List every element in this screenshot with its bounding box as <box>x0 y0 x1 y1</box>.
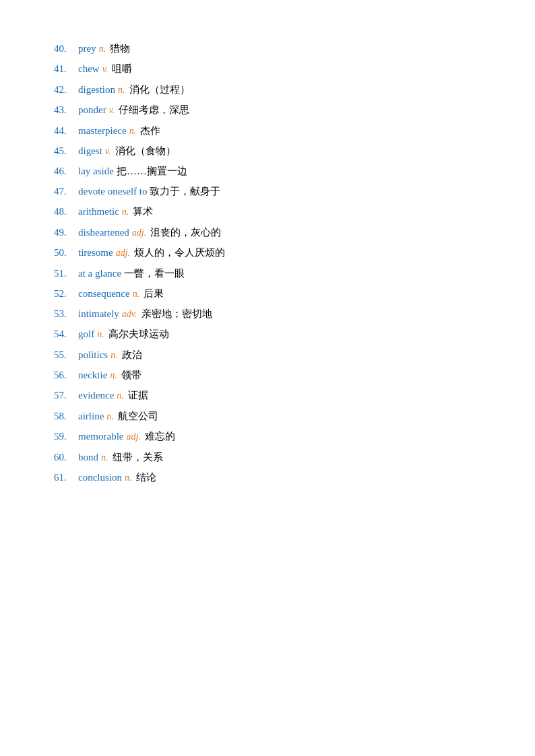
item-number: 56. <box>54 367 78 383</box>
list-item: 57. evidence n. 证据 <box>54 387 481 403</box>
item-number: 50. <box>54 244 78 261</box>
item-definition: 证据 <box>128 387 148 403</box>
item-number: 47. <box>54 183 78 199</box>
item-definition: 后果 <box>144 285 164 302</box>
list-item: 53. intimately adv. 亲密地；密切地 <box>54 306 481 322</box>
item-word: necktie <box>78 367 107 383</box>
item-definition: 把……搁置一边 <box>117 163 187 179</box>
list-item: 51. at a glance 一瞥，看一眼 <box>54 265 481 281</box>
item-pos: adj. <box>116 246 130 261</box>
item-definition: 猎物 <box>110 40 130 57</box>
list-item: 42. digestion n. 消化（过程） <box>54 81 481 98</box>
item-pos: adj. <box>126 429 140 444</box>
item-definition: 杰作 <box>140 123 160 139</box>
item-definition: 咀嚼 <box>112 61 132 77</box>
item-number: 54. <box>54 326 78 342</box>
item-number: 48. <box>54 203 78 219</box>
item-pos: adv. <box>122 307 137 322</box>
item-number: 58. <box>54 408 78 424</box>
list-item: 56. necktie n. 领带 <box>54 367 481 383</box>
item-word: golf <box>78 326 94 342</box>
item-definition: 纽带，关系 <box>113 449 163 465</box>
item-number: 59. <box>54 428 78 444</box>
item-word: prey <box>78 40 96 57</box>
item-word: evidence <box>78 387 114 403</box>
item-pos: v. <box>105 144 111 159</box>
item-pos: n. <box>101 450 108 465</box>
item-definition: 烦人的，令人厌烦的 <box>134 244 225 261</box>
item-number: 57. <box>54 387 78 403</box>
item-pos: v. <box>102 62 108 77</box>
item-pos: n. <box>122 205 129 219</box>
item-word: conclusion <box>78 469 122 485</box>
item-number: 40. <box>54 40 78 57</box>
item-definition: 领带 <box>121 367 141 383</box>
item-number: 42. <box>54 81 78 98</box>
list-item: 43. ponder v. 仔细考虑，深思 <box>54 102 481 118</box>
item-number: 53. <box>54 306 78 322</box>
item-number: 41. <box>54 61 78 77</box>
item-word: lay aside <box>78 163 114 179</box>
item-word: consequence <box>78 285 130 302</box>
list-item: 41. chew v. 咀嚼 <box>54 61 481 77</box>
item-word: ponder <box>78 102 106 118</box>
list-item: 44. masterpiece n. 杰作 <box>54 123 481 139</box>
item-definition: 仔细考虑，深思 <box>119 102 189 118</box>
item-pos: v. <box>109 103 115 118</box>
list-item: 47. devote oneself to 致力于，献身于 <box>54 183 481 199</box>
item-definition: 航空公司 <box>118 408 158 424</box>
list-item: 50. tiresome adj. 烦人的，令人厌烦的 <box>54 244 481 261</box>
list-item: 55. politics n. 政治 <box>54 347 481 363</box>
item-word: at a glance <box>78 265 121 281</box>
item-number: 43. <box>54 102 78 118</box>
item-word: devote oneself to <box>78 183 147 199</box>
item-definition: 消化（过程） <box>129 81 190 98</box>
item-number: 46. <box>54 163 78 179</box>
item-definition: 结论 <box>136 469 156 485</box>
list-item: 48. arithmetic n. 算术 <box>54 203 481 219</box>
item-definition: 政治 <box>122 347 142 363</box>
item-number: 55. <box>54 347 78 363</box>
list-item: 54. golf n. 高尔夫球运动 <box>54 326 481 342</box>
item-definition: 难忘的 <box>145 428 175 444</box>
item-pos: adj. <box>132 226 146 240</box>
vocabulary-list: 40. prey n. 猎物41. chew v. 咀嚼42. digestio… <box>54 40 481 485</box>
item-word: memorable <box>78 428 123 444</box>
list-item: 49. disheartened adj. 沮丧的，灰心的 <box>54 224 481 240</box>
item-pos: n. <box>97 327 104 342</box>
item-word: chew <box>78 61 100 77</box>
item-definition: 致力于，献身于 <box>150 183 220 199</box>
item-pos: n. <box>118 83 125 98</box>
item-word: intimately <box>78 306 119 322</box>
list-item: 40. prey n. 猎物 <box>54 40 481 57</box>
item-pos: n. <box>99 42 106 57</box>
item-pos: n. <box>110 368 117 383</box>
item-number: 60. <box>54 449 78 465</box>
item-number: 51. <box>54 265 78 281</box>
list-item: 60. bond n. 纽带，关系 <box>54 449 481 465</box>
item-word: masterpiece <box>78 123 127 139</box>
list-item: 58. airline n. 航空公司 <box>54 408 481 424</box>
item-word: digestion <box>78 81 115 98</box>
item-word: disheartened <box>78 224 129 240</box>
item-word: airline <box>78 408 104 424</box>
list-item: 46. lay aside 把……搁置一边 <box>54 163 481 179</box>
list-item: 59. memorable adj. 难忘的 <box>54 428 481 444</box>
list-item: 45. digest v. 消化（食物） <box>54 143 481 159</box>
item-definition: 一瞥，看一眼 <box>124 265 185 281</box>
item-number: 45. <box>54 143 78 159</box>
item-word: politics <box>78 347 108 363</box>
item-number: 49. <box>54 224 78 240</box>
list-item: 52. consequence n. 后果 <box>54 285 481 302</box>
item-pos: n. <box>125 471 132 485</box>
item-number: 52. <box>54 285 78 302</box>
item-word: digest <box>78 143 102 159</box>
item-word: tiresome <box>78 244 113 261</box>
item-pos: n. <box>129 124 137 139</box>
item-number: 44. <box>54 123 78 139</box>
item-definition: 亲密地；密切地 <box>141 306 212 322</box>
item-definition: 算术 <box>133 203 153 219</box>
item-pos: n. <box>106 409 114 424</box>
item-definition: 消化（食物） <box>115 143 176 159</box>
item-word: arithmetic <box>78 203 119 219</box>
